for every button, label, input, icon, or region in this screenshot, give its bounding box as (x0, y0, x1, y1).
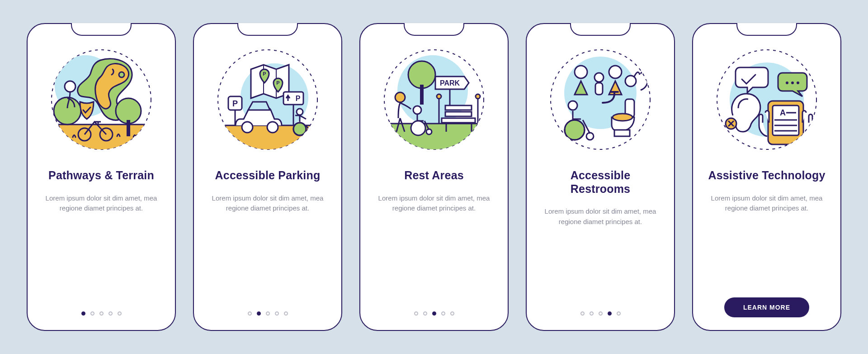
svg-point-26 (267, 122, 278, 133)
page-indicator (81, 311, 122, 316)
svg-point-74 (791, 81, 794, 84)
svg-point-25 (242, 122, 253, 133)
svg-point-48 (476, 94, 480, 99)
svg-rect-41 (445, 112, 472, 116)
svg-text:PARK: PARK (440, 79, 460, 87)
svg-point-6 (116, 98, 141, 124)
card-title: Pathways & Terrain (48, 169, 154, 182)
page-dot-5[interactable] (617, 311, 621, 316)
svg-point-51 (411, 121, 425, 135)
onboarding-card-2: P P P P (193, 23, 342, 331)
svg-point-50 (413, 106, 421, 114)
svg-point-68 (586, 133, 594, 140)
card-title: Assistive Technology (708, 169, 825, 182)
page-indicator (414, 311, 454, 316)
page-dot-4[interactable] (275, 311, 279, 316)
card-description: Lorem ipsum dolor sit dim amet, mea regi… (373, 193, 495, 214)
svg-text:P: P (232, 99, 238, 108)
svg-point-75 (797, 81, 799, 84)
svg-point-59 (594, 73, 604, 82)
card-description: Lorem ipsum dolor sit dim amet, mea regi… (706, 193, 828, 214)
page-dot-1[interactable] (81, 311, 85, 316)
page-dot-3[interactable] (266, 311, 270, 316)
svg-point-34 (408, 61, 435, 88)
page-dot-5[interactable] (118, 311, 122, 316)
device-notch (71, 23, 132, 36)
page-dot-1[interactable] (580, 311, 585, 316)
svg-point-65 (568, 101, 577, 110)
svg-text:A: A (780, 108, 786, 117)
svg-point-11 (65, 81, 75, 92)
svg-rect-42 (442, 118, 475, 123)
svg-text:P: P (276, 80, 279, 86)
device-notch (237, 23, 298, 36)
svg-point-30 (310, 131, 313, 134)
page-dot-4[interactable] (108, 311, 113, 316)
svg-point-10 (54, 97, 81, 124)
learn-more-button[interactable]: LEARN MORE (724, 297, 809, 317)
onboarding-card-1: Pathways & Terrain Lorem ipsum dolor sit… (27, 23, 176, 331)
card-description: Lorem ipsum dolor sit dim amet, mea regi… (40, 193, 162, 214)
page-dot-2[interactable] (90, 311, 94, 316)
page-dot-3[interactable] (599, 311, 603, 316)
svg-rect-7 (127, 120, 130, 136)
page-dot-5[interactable] (450, 311, 454, 316)
svg-point-61 (625, 76, 636, 86)
page-dot-2[interactable] (590, 311, 594, 316)
device-notch (404, 23, 464, 36)
page-dot-4[interactable] (608, 311, 612, 316)
device-notch (736, 23, 797, 36)
svg-rect-60 (595, 83, 603, 95)
svg-rect-35 (420, 85, 424, 105)
page-dot-2[interactable] (423, 311, 427, 316)
svg-point-3 (119, 72, 124, 77)
pathways-terrain-icon (49, 48, 153, 152)
page-dot-1[interactable] (248, 311, 252, 316)
onboarding-carousel: Pathways & Terrain Lorem ipsum dolor sit… (0, 0, 868, 354)
card-title: Accessible Restrooms (539, 169, 661, 196)
page-dot-1[interactable] (414, 311, 418, 316)
card-description: Lorem ipsum dolor sit dim amet, mea regi… (539, 206, 661, 227)
page-dot-3[interactable] (99, 311, 104, 316)
rest-areas-icon: PARK (382, 48, 486, 152)
page-indicator (248, 311, 288, 316)
page-indicator (580, 311, 621, 316)
svg-text:P: P (296, 95, 301, 102)
onboarding-card-4: Accessible Restrooms Lorem ipsum dolor s… (526, 23, 675, 331)
svg-text:P: P (263, 71, 266, 77)
accessible-restrooms-icon (548, 48, 652, 152)
svg-point-58 (609, 66, 622, 78)
svg-rect-63 (614, 130, 630, 136)
page-dot-4[interactable] (441, 311, 445, 316)
svg-point-73 (786, 81, 788, 84)
accessible-parking-icon: P P P P (216, 48, 320, 152)
card-title: Rest Areas (404, 169, 464, 182)
svg-point-49 (395, 92, 405, 102)
page-dot-2[interactable] (257, 311, 261, 316)
page-dot-3[interactable] (432, 311, 436, 316)
svg-point-57 (575, 66, 587, 78)
svg-point-29 (297, 109, 303, 115)
svg-point-64 (613, 114, 632, 121)
onboarding-card-3: PARK (359, 23, 509, 331)
page-dot-5[interactable] (284, 311, 288, 316)
svg-point-46 (437, 94, 441, 99)
device-notch (570, 23, 631, 36)
assistive-technology-icon: A (715, 48, 819, 152)
card-title: Accessible Parking (215, 169, 321, 182)
onboarding-card-5: A Assistive Technology Lorem ipsum dolor… (692, 23, 841, 331)
card-description: Lorem ipsum dolor sit dim amet, mea regi… (207, 193, 329, 214)
svg-rect-40 (445, 105, 472, 110)
